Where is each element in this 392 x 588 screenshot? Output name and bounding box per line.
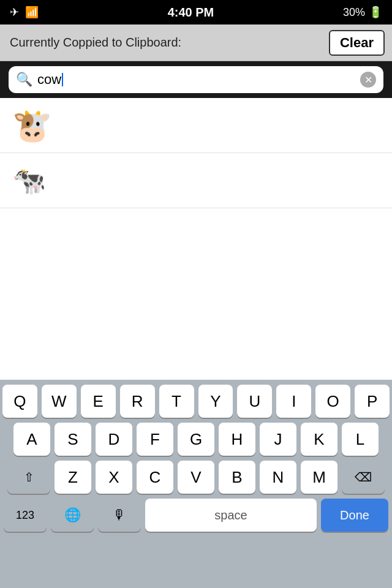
key-y[interactable]: Y bbox=[198, 385, 233, 418]
key-f[interactable]: F bbox=[137, 423, 173, 456]
space-key[interactable]: space bbox=[145, 499, 317, 532]
keyboard-row-2: A S D F G H J K L bbox=[2, 423, 390, 456]
delete-key[interactable]: ⌫ bbox=[342, 461, 385, 494]
airplane-icon: ✈ bbox=[10, 6, 19, 19]
search-icon: 🔍 bbox=[16, 72, 32, 88]
wifi-icon: 📶 bbox=[25, 6, 39, 19]
done-key[interactable]: Done bbox=[321, 499, 388, 532]
key-o[interactable]: O bbox=[315, 385, 350, 418]
key-n[interactable]: N bbox=[260, 461, 296, 494]
key-v[interactable]: V bbox=[178, 461, 214, 494]
key-h[interactable]: H bbox=[219, 423, 255, 456]
key-t[interactable]: T bbox=[159, 385, 194, 418]
clipboard-bar: Currently Coppied to Clipboard: Clear bbox=[0, 24, 392, 61]
key-l[interactable]: L bbox=[342, 423, 379, 456]
cow-face-emoji: 🐮 bbox=[12, 110, 52, 141]
result-item-cow[interactable]: 🐄 bbox=[0, 153, 392, 208]
search-input[interactable]: cow bbox=[37, 72, 360, 88]
search-bar[interactable]: 🔍 cow ✕ bbox=[9, 66, 383, 93]
text-cursor bbox=[62, 73, 63, 86]
key-d[interactable]: D bbox=[96, 423, 132, 456]
results-area: 🐮 🐄 bbox=[0, 98, 392, 380]
battery-icon: 🔋 bbox=[369, 6, 382, 19]
clear-search-icon[interactable]: ✕ bbox=[360, 72, 376, 88]
key-x[interactable]: X bbox=[96, 461, 132, 494]
status-right: 30% 🔋 bbox=[343, 6, 382, 19]
key-u[interactable]: U bbox=[237, 385, 272, 418]
key-j[interactable]: J bbox=[260, 423, 296, 456]
shift-key[interactable]: ⇧ bbox=[7, 461, 50, 494]
keyboard-row-4: 123 🌐 🎙 space Done bbox=[2, 499, 390, 532]
battery-percentage: 30% bbox=[343, 6, 365, 19]
key-c[interactable]: C bbox=[137, 461, 173, 494]
key-r[interactable]: R bbox=[120, 385, 155, 418]
key-m[interactable]: M bbox=[301, 461, 337, 494]
key-q[interactable]: Q bbox=[2, 385, 37, 418]
key-e[interactable]: E bbox=[81, 385, 116, 418]
clear-button[interactable]: Clear bbox=[329, 30, 385, 56]
key-k[interactable]: K bbox=[301, 423, 337, 456]
status-left: ✈ 📶 bbox=[10, 6, 39, 19]
key-s[interactable]: S bbox=[55, 423, 91, 456]
clipboard-label: Currently Coppied to Clipboard: bbox=[10, 36, 181, 50]
key-b[interactable]: B bbox=[219, 461, 255, 494]
key-z[interactable]: Z bbox=[55, 461, 91, 494]
keyboard-row-3: ⇧ Z X C V B N M ⌫ bbox=[2, 461, 390, 494]
cow-emoji: 🐄 bbox=[12, 167, 46, 194]
numbers-key[interactable]: 123 bbox=[4, 499, 47, 532]
key-a[interactable]: A bbox=[13, 423, 50, 456]
key-p[interactable]: P bbox=[355, 385, 390, 418]
microphone-key[interactable]: 🎙 bbox=[98, 499, 141, 532]
search-bar-container: 🔍 cow ✕ bbox=[0, 61, 392, 98]
globe-key[interactable]: 🌐 bbox=[51, 499, 94, 532]
result-item-cow-face[interactable]: 🐮 bbox=[0, 98, 392, 153]
key-i[interactable]: I bbox=[276, 385, 311, 418]
keyboard-row-1: Q W E R T Y U I O P bbox=[2, 385, 390, 418]
search-query: cow bbox=[37, 72, 61, 88]
status-bar: ✈ 📶 4:40 PM 30% 🔋 bbox=[0, 0, 392, 24]
keyboard: Q W E R T Y U I O P A S D F G H J K L ⇧ … bbox=[0, 380, 392, 588]
key-w[interactable]: W bbox=[42, 385, 77, 418]
key-g[interactable]: G bbox=[178, 423, 214, 456]
status-time: 4:40 PM bbox=[168, 6, 214, 20]
